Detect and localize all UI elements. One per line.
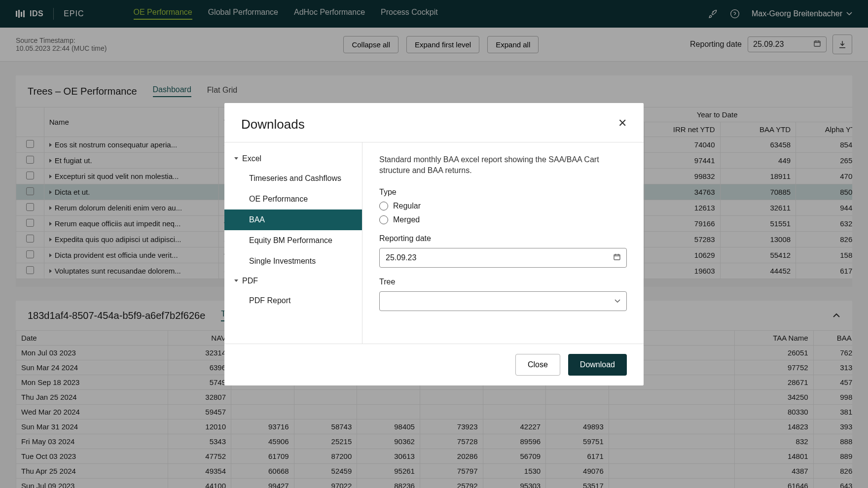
downloads-modal: Downloads ✕ Excel Timeseries and Cashflo… [224,103,644,385]
close-button[interactable]: Close [515,354,560,376]
item-baa[interactable]: BAA [224,209,362,230]
group-excel-label: Excel [242,154,261,163]
group-excel[interactable]: Excel [224,149,362,168]
field-reporting-date: Reporting date 25.09.23 [379,234,627,268]
modal-main: Standard monthly BAA excel report showin… [362,142,644,344]
item-pdf-report[interactable]: PDF Report [224,290,362,311]
modal-header: Downloads ✕ [224,103,644,142]
field-tree: Tree [379,278,627,311]
radio-icon [379,215,388,224]
calendar-icon [613,253,621,263]
radio-regular[interactable]: Regular [379,202,627,210]
modal-footer: Close Download [224,344,644,385]
group-pdf[interactable]: PDF [224,272,362,290]
reporting-date-label: Reporting date [379,234,627,243]
radio-icon [379,202,388,210]
tree-select[interactable] [379,291,627,311]
modal-sidebar: Excel Timeseries and Cashflows OE Perfor… [224,142,362,344]
item-single-inv[interactable]: Single Investments [224,251,362,272]
tree-label: Tree [379,278,627,286]
type-label: Type [379,188,627,197]
chevron-down-icon [234,157,238,160]
modal-description: Standard monthly BAA excel report showin… [379,154,627,176]
item-oe-performance[interactable]: OE Performance [224,189,362,209]
modal-date-input[interactable]: 25.09.23 [379,248,627,268]
item-equity-bm[interactable]: Equity BM Performance [224,230,362,251]
radio-merged-label: Merged [393,215,420,224]
chevron-down-icon [234,279,238,282]
modal-title: Downloads [241,117,305,132]
radio-regular-label: Regular [393,202,421,210]
item-timeseries[interactable]: Timeseries and Cashflows [224,168,362,189]
tree-select-value [379,291,627,311]
modal-body: Excel Timeseries and Cashflows OE Perfor… [224,142,644,344]
download-button[interactable]: Download [568,354,627,376]
modal-overlay[interactable]: Downloads ✕ Excel Timeseries and Cashflo… [0,0,868,488]
close-icon[interactable]: ✕ [618,117,627,132]
chevron-down-icon [614,297,621,306]
svg-rect-6 [614,255,620,260]
modal-date-value: 25.09.23 [379,248,627,268]
radio-merged[interactable]: Merged [379,215,627,224]
group-pdf-label: PDF [242,277,258,285]
